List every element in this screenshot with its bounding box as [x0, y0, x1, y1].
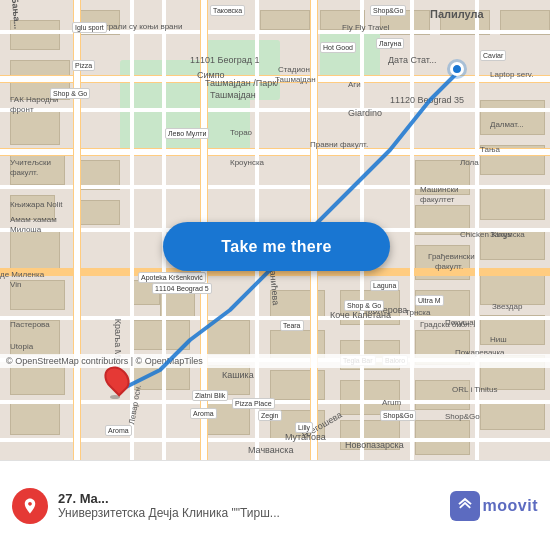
- moovit-logo-mark: [450, 491, 480, 521]
- moovit-text-label: moovit: [483, 497, 538, 515]
- route-from: 27. Ma...: [58, 491, 440, 506]
- current-location-dot: [450, 62, 464, 76]
- moovit-logo: moovit: [450, 491, 538, 521]
- bottom-bar: 27. Ma... Универзитетска Дечја Клиника "…: [0, 460, 550, 550]
- route-to: Универзитетска Дечја Клиника ""Тирш...: [58, 506, 440, 520]
- take-me-there-button[interactable]: Take me there: [163, 222, 390, 271]
- map-container: Shop&Go Shop & Go Shop & Go Shop&Go Hot …: [0, 0, 550, 460]
- destination-pin: [106, 365, 128, 399]
- destination-icon-box: [12, 488, 48, 524]
- route-info: 27. Ma... Универзитетска Дечја Клиника "…: [12, 488, 538, 524]
- moovit-icon: [455, 496, 475, 516]
- take-me-there-label: Take me there: [221, 238, 331, 256]
- route-text: 27. Ma... Универзитетска Дечја Клиника "…: [58, 491, 440, 520]
- location-icon: [21, 497, 39, 515]
